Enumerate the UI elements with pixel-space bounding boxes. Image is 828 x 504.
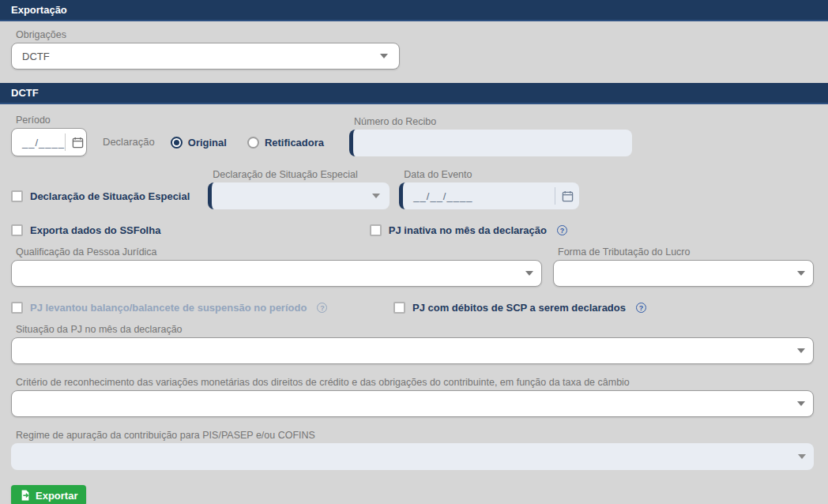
period-input[interactable]: __/____: [11, 128, 87, 156]
pis-cofins-regime-label: Regime de apuração da contribuição para …: [11, 430, 814, 441]
checkbox-icon: [393, 302, 405, 314]
pj-balance-sheet-checkbox: PJ levantou balanço/balancete de suspens…: [11, 302, 327, 314]
radio-retificadora-label: Retificadora: [265, 137, 324, 149]
receipt-number-input: [349, 130, 632, 156]
pj-scp-debts-label: PJ com débitos de SCP a serem declarados: [412, 302, 626, 314]
profit-taxation-select[interactable]: [553, 260, 814, 287]
radio-retificadora[interactable]: Retificadora: [247, 137, 324, 149]
event-date-label: Data do Evento: [399, 169, 579, 180]
export-icon: [20, 490, 31, 501]
legal-entity-qualification-select[interactable]: [11, 260, 542, 287]
chevron-down-icon: [797, 348, 805, 353]
export-ssfolha-checkbox[interactable]: Exporta dados do SSFolha: [11, 224, 160, 236]
help-icon: ?: [317, 303, 327, 313]
period-mask: __/____: [22, 137, 65, 149]
period-label: Período: [11, 115, 87, 126]
calendar-icon[interactable]: [72, 137, 84, 149]
page-title: Exportação: [11, 4, 67, 16]
checkbox-icon: [11, 190, 23, 202]
pj-balance-sheet-label: PJ levantou balanço/balancete de suspens…: [30, 302, 307, 314]
event-date-calendar-area: [555, 187, 574, 205]
pj-inactive-label: PJ inativa no mês da declaração: [389, 224, 547, 236]
exchange-criteria-select[interactable]: [11, 390, 814, 417]
chevron-down-icon: [380, 54, 388, 58]
legal-entity-qualification-label: Qualificação da Pessoa Jurídica: [11, 246, 542, 258]
obligations-area: Obrigações DCTF: [0, 21, 828, 83]
pj-scp-debts-checkbox[interactable]: PJ com débitos de SCP a serem declarados…: [393, 302, 646, 314]
pj-status-select[interactable]: [11, 337, 814, 364]
chevron-down-icon: [797, 271, 805, 276]
export-section-header: Exportação: [0, 0, 828, 21]
pis-cofins-regime-select: [11, 443, 814, 470]
special-situation-checkbox-label: Declaração de Situação Especial: [30, 190, 190, 202]
obligations-select[interactable]: DCTF: [11, 43, 400, 70]
radio-original[interactable]: Original: [171, 137, 227, 149]
receipt-number-group: Número do Recibo: [349, 116, 632, 156]
receipt-number-label: Número do Recibo: [349, 116, 632, 127]
calendar-icon: [562, 190, 574, 202]
checkbox-icon: [11, 302, 23, 314]
profit-taxation-label: Forma de Tributação do Lucro: [553, 246, 814, 258]
special-situation-select: [208, 182, 390, 209]
period-field-group: Período __/____: [11, 115, 87, 156]
dctf-section-header: DCTF: [0, 83, 828, 104]
divider: [65, 134, 66, 151]
checkbox-icon: [11, 224, 23, 236]
export-button-label: Exportar: [36, 490, 77, 502]
export-ssfolha-label: Exporta dados do SSFolha: [30, 224, 160, 236]
dctf-section-title: DCTF: [11, 87, 39, 99]
export-button[interactable]: Exportar: [11, 485, 86, 504]
pis-cofins-regime-group: Regime de apuração da contribuição para …: [11, 430, 814, 470]
event-date-mask: __/__/____: [413, 190, 472, 202]
pj-status-group: Situação da PJ no mês da declaração: [11, 324, 814, 364]
radio-unselected-icon: [247, 137, 259, 149]
period-calendar-area: [65, 134, 84, 151]
help-icon[interactable]: ?: [557, 225, 567, 235]
special-situation-select-label: Declaração de Situação Especial: [208, 169, 390, 180]
obligations-label: Obrigações: [11, 29, 817, 40]
obligations-selected-value: DCTF: [22, 51, 50, 62]
event-date-input: __/__/____: [399, 182, 579, 209]
checkbox-icon: [370, 224, 382, 236]
event-date-group: Data do Evento __/__/____: [399, 169, 579, 209]
chevron-down-icon: [525, 271, 533, 276]
exchange-criteria-group: Critério de reconhecimento das variações…: [11, 377, 814, 417]
pj-status-label: Situação da PJ no mês da declaração: [11, 324, 814, 335]
radio-selected-icon: [171, 137, 183, 149]
chevron-down-icon: [797, 401, 805, 406]
profit-taxation-group: Forma de Tributação do Lucro: [553, 246, 814, 287]
help-icon[interactable]: ?: [636, 303, 646, 313]
dctf-form: Período __/____ Declaração: [0, 115, 828, 504]
pj-inactive-checkbox[interactable]: PJ inativa no mês da declaração ?: [370, 224, 567, 236]
special-situation-select-group: Declaração de Situação Especial: [208, 169, 390, 209]
special-situation-checkbox[interactable]: Declaração de Situação Especial: [11, 190, 190, 202]
legal-entity-qualification-group: Qualificação da Pessoa Jurídica: [11, 246, 542, 287]
divider: [555, 187, 555, 205]
radio-original-label: Original: [188, 137, 227, 149]
declaration-label: Declaração: [103, 136, 155, 148]
chevron-down-icon: [798, 454, 806, 459]
exchange-criteria-label: Critério de reconhecimento das variações…: [11, 377, 814, 388]
chevron-down-icon: [372, 194, 380, 198]
